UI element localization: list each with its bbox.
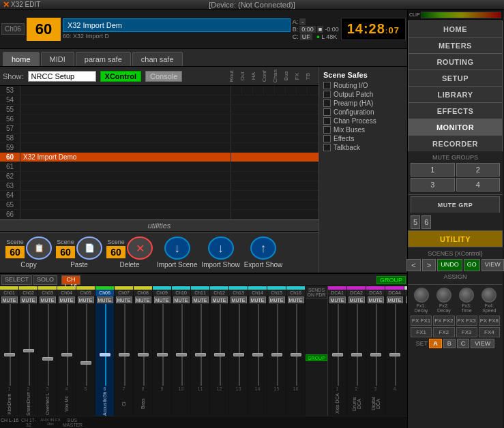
routing-btn[interactable]: ROUTING <box>408 53 503 70</box>
ch6-mute[interactable]: MUTE <box>97 296 113 303</box>
fx3-knob[interactable] <box>459 288 474 303</box>
scene-next-btn[interactable]: > <box>422 259 436 271</box>
ch16-mute[interactable]: MUTE <box>288 296 304 303</box>
scene-row-55[interactable]: 55 <box>0 105 318 114</box>
ch5-mute[interactable]: MUTE <box>78 296 94 303</box>
ch1-mute[interactable]: MUTE <box>1 296 18 303</box>
select-btn[interactable]: SELECT <box>1 275 32 285</box>
group-btn[interactable]: GROUP <box>376 276 406 284</box>
safe-checkbox-preamp[interactable] <box>323 100 331 107</box>
mute-grp-1[interactable]: 1 <box>411 163 455 177</box>
scene-row-63[interactable]: 63 <box>0 181 318 191</box>
safe-output-patch[interactable]: Output Patch <box>323 91 403 98</box>
safe-routing-io[interactable]: Routing I/O <box>323 82 403 89</box>
scene-row-60[interactable]: 60 X32 Import Demo <box>0 153 318 162</box>
safe-checkbox-talkback[interactable] <box>323 144 331 151</box>
scene-view-btn[interactable]: VIEW <box>481 259 504 271</box>
mute-grp-4[interactable]: 4 <box>456 178 501 192</box>
ch11-mute[interactable]: MUTE <box>192 296 209 303</box>
dca4-mute[interactable]: MUTE <box>387 296 403 303</box>
safe-checkbox-routing[interactable] <box>323 82 331 89</box>
effects-btn[interactable]: EFFECTS <box>408 102 503 119</box>
fx1-knob[interactable] <box>414 288 429 303</box>
scene-row-59[interactable]: 59 <box>0 143 318 153</box>
mute-grp-3[interactable]: 3 <box>411 178 455 192</box>
ch4-mute[interactable]: MUTE <box>59 296 75 303</box>
safe-effects[interactable]: Effects <box>323 135 403 142</box>
dca3-mute[interactable]: MUTE <box>368 296 384 303</box>
copy-btn[interactable]: 📋 <box>26 236 52 260</box>
scene-row-64[interactable]: 64 <box>0 191 318 200</box>
safe-checkbox-config[interactable] <box>323 108 331 116</box>
fx-fx3-btn[interactable]: FX FX3 <box>456 316 477 326</box>
scene-row-58[interactable]: 58 <box>0 134 318 143</box>
scene-row-62[interactable]: 62 <box>0 172 318 181</box>
meters-btn[interactable]: METERS <box>408 37 503 53</box>
console-btn[interactable]: Console <box>145 71 182 82</box>
scene-row-54[interactable]: 54 <box>0 95 318 105</box>
safe-mix-buses[interactable]: Mix Buses <box>323 126 403 134</box>
solo-btn[interactable]: SOLO <box>33 275 57 285</box>
export-show-btn[interactable]: ↑ <box>250 236 276 260</box>
ch13-mute[interactable]: MUTE <box>231 296 247 303</box>
ch8-mute[interactable]: MUTE <box>135 296 151 303</box>
ch14-mute[interactable]: MUTE <box>250 296 266 303</box>
setup-btn[interactable]: SETUP <box>408 70 503 86</box>
mute-grp-2[interactable]: 2 <box>456 163 501 177</box>
scene-row-65[interactable]: 65 <box>0 200 318 210</box>
tab-home[interactable]: home <box>3 52 40 66</box>
fx2-knob[interactable] <box>436 288 451 303</box>
fx1-btn[interactable]: FX1 <box>411 327 432 337</box>
set-view-btn[interactable]: VIEW <box>471 339 494 348</box>
safe-preamp[interactable]: Preamp (HA) <box>323 100 403 107</box>
tab-chan-safe[interactable]: chan safe <box>132 52 183 66</box>
safe-configuration[interactable]: Configuration <box>323 108 403 116</box>
ch2-mute[interactable]: MUTE <box>20 296 37 303</box>
scene-row-61[interactable]: 61 <box>0 162 318 172</box>
tab-midi[interactable]: MIDI <box>41 52 74 66</box>
import-show-btn[interactable]: ↓ <box>208 236 234 260</box>
mute-grp-btn[interactable]: MUTE GRP <box>411 196 500 213</box>
scene-row-53[interactable]: 53 <box>0 86 318 95</box>
scene-row-66[interactable]: 66 <box>0 210 318 219</box>
dca1-mute[interactable]: MUTE <box>329 296 346 303</box>
home-btn[interactable]: HOME <box>408 20 503 37</box>
scene-prev-btn[interactable]: < <box>406 259 420 271</box>
set-b-btn[interactable]: B <box>443 339 456 348</box>
ch9-mute[interactable]: MUTE <box>154 296 171 303</box>
fx-fx8-btn[interactable]: FX FX8 <box>479 316 500 326</box>
scene-row-57[interactable]: 57 <box>0 124 318 134</box>
mute-grp-6[interactable]: 6 <box>421 215 431 229</box>
ch7-mute[interactable]: MUTE <box>116 296 132 303</box>
ch15-mute[interactable]: MUTE <box>269 296 285 303</box>
safe-checkbox-output[interactable] <box>323 91 331 98</box>
ch12-mute[interactable]: MUTE <box>211 296 228 303</box>
safe-checkbox-mix[interactable] <box>323 126 331 134</box>
safe-talkback[interactable]: Talkback <box>323 144 403 151</box>
fx2-btn[interactable]: FX2 <box>433 327 454 337</box>
delete-btn[interactable]: ✕ <box>127 236 153 260</box>
ch10-mute[interactable]: MUTE <box>173 296 190 303</box>
set-a-btn[interactable]: A <box>429 339 442 348</box>
ch-select-active[interactable]: CH L-16 <box>61 275 80 285</box>
set-c-btn[interactable]: C <box>457 339 470 348</box>
scene-undo-btn[interactable]: UNDO <box>437 259 462 271</box>
library-btn[interactable]: LIBRARY <box>408 86 503 102</box>
paste-btn[interactable]: 📄 <box>76 236 102 260</box>
utility-btn[interactable]: UTILITY <box>408 230 503 247</box>
recorder-btn[interactable]: RECORDER <box>408 135 503 151</box>
scene-go-btn[interactable]: GO <box>464 259 480 271</box>
sends-group-btn[interactable]: GROUP <box>306 354 327 361</box>
safe-chan-process[interactable]: Chan Process <box>323 117 403 125</box>
xcontrol-btn[interactable]: XControl <box>100 71 141 82</box>
import-scene-btn[interactable]: ↓ <box>164 236 190 260</box>
fx3-btn[interactable]: FX3 <box>456 327 477 337</box>
mute-grp-5[interactable]: 5 <box>411 215 420 229</box>
fx4-btn[interactable]: FX4 <box>479 327 500 337</box>
scene-row-56[interactable]: 56 <box>0 114 318 124</box>
fx-fx1-btn[interactable]: FX FX1 <box>411 316 432 326</box>
monitor-btn[interactable]: MONITOR <box>408 119 503 135</box>
safe-checkbox-chan[interactable] <box>323 117 331 125</box>
ch3-mute[interactable]: MUTE <box>40 296 56 303</box>
fx4-knob[interactable] <box>481 288 496 303</box>
